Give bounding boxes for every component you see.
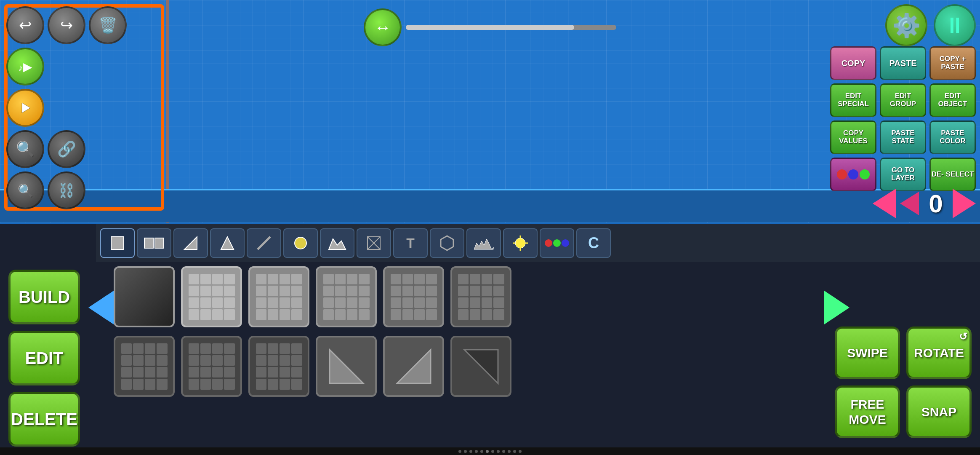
tab-terrain2[interactable] bbox=[466, 228, 501, 258]
speed-slider-fill bbox=[406, 25, 574, 30]
tab-line[interactable] bbox=[247, 228, 281, 258]
svg-marker-21 bbox=[464, 350, 498, 383]
tab-block-small[interactable] bbox=[100, 228, 135, 258]
tab-terrain[interactable] bbox=[320, 228, 354, 258]
colors-icon bbox=[837, 169, 870, 179]
page-right-button[interactable] bbox=[824, 291, 850, 324]
swipe-label: SWIPE bbox=[847, 345, 888, 361]
grid-block-5[interactable] bbox=[450, 266, 511, 327]
pause-button[interactable]: ⏸ bbox=[934, 4, 976, 46]
paste-state-button[interactable]: PASTE STATE bbox=[880, 120, 926, 154]
grid-block-4[interactable] bbox=[383, 266, 444, 327]
redo-button[interactable]: ↪ bbox=[48, 6, 85, 44]
tab-triangle[interactable] bbox=[210, 228, 245, 258]
tab-block-wide[interactable] bbox=[137, 228, 171, 258]
page-right-icon bbox=[824, 291, 850, 324]
zoom-in-button[interactable]: 🔍 bbox=[6, 130, 44, 168]
build-mode-button[interactable]: BUILD bbox=[8, 270, 80, 324]
paste-button[interactable]: PASTE bbox=[880, 46, 926, 80]
grid-dark-block-2[interactable] bbox=[181, 336, 242, 397]
undo-button[interactable]: ↩ bbox=[6, 6, 44, 44]
bottom-scrollbar[interactable] bbox=[0, 447, 980, 455]
copy-values-button[interactable]: COPY VALUES bbox=[830, 120, 876, 154]
toolbar-row-4: 🔍 🔗 bbox=[6, 130, 127, 168]
copy-values-label: COPY VALUES bbox=[831, 129, 875, 145]
tab-hex[interactable] bbox=[430, 228, 464, 258]
go-to-layer-button[interactable]: GO TO LAYER bbox=[880, 158, 926, 191]
tri-topright-block[interactable] bbox=[383, 336, 444, 397]
tab-c[interactable]: C bbox=[576, 228, 611, 258]
delete-mode-button[interactable]: DELETE bbox=[8, 392, 80, 447]
svg-rect-1 bbox=[111, 237, 124, 249]
layer-next-button[interactable] bbox=[953, 189, 976, 218]
zoom-in-icon: 🔍 bbox=[16, 140, 35, 158]
tab-star[interactable] bbox=[503, 228, 538, 258]
scroll-dot bbox=[458, 450, 461, 453]
grid-block-3[interactable] bbox=[316, 266, 377, 327]
layer-prev-button[interactable] bbox=[873, 189, 896, 218]
layer-number: 0 bbox=[923, 189, 948, 218]
unlink-icon: ⛓️ bbox=[58, 182, 75, 198]
edit-object-button[interactable]: EDIT OBJECT bbox=[929, 83, 976, 117]
tab-circle[interactable] bbox=[283, 228, 318, 258]
zoom-out-icon: 🔍 bbox=[18, 183, 33, 198]
edit-special-button[interactable]: EDIT SPECIAL bbox=[830, 83, 876, 117]
edit-mode-button[interactable]: EDIT bbox=[8, 331, 80, 385]
hex-icon bbox=[439, 235, 455, 252]
tab-hazard[interactable] bbox=[357, 228, 391, 258]
trash-button[interactable]: 🗑️ bbox=[89, 6, 127, 44]
tab-text[interactable]: T bbox=[393, 228, 428, 258]
right-panel: COPY PASTE COPY + PASTE EDIT SPECIAL EDI… bbox=[830, 46, 976, 191]
copy-paste-button[interactable]: COPY + PASTE bbox=[929, 46, 976, 80]
svg-rect-2 bbox=[144, 238, 153, 248]
grid-block-2[interactable] bbox=[248, 266, 309, 327]
snap-button[interactable]: SNAP bbox=[906, 385, 972, 438]
toolbar-left: ↩ ↪ 🗑️ ♪▶ 🔍 🔗 🔍 ⛓️ bbox=[6, 6, 127, 209]
circle-icon bbox=[292, 235, 309, 252]
blue-dot bbox=[848, 169, 858, 179]
tri-botright-icon bbox=[460, 345, 502, 388]
deselect-button[interactable]: DE- SELECT bbox=[929, 158, 976, 191]
orange-play-button[interactable] bbox=[6, 89, 44, 127]
edit-group-button[interactable]: EDIT GROUP bbox=[880, 83, 926, 117]
grid-block-1[interactable] bbox=[181, 266, 242, 327]
rotate-button[interactable]: ROTATE ↺ bbox=[906, 327, 972, 379]
scroll-dot bbox=[513, 450, 516, 453]
pause-icon: ⏸ bbox=[943, 12, 966, 38]
music-play-button[interactable]: ♪▶ bbox=[6, 48, 44, 86]
terrain2-icon bbox=[473, 235, 494, 252]
toolbar-row-5: 🔍 ⛓️ bbox=[6, 171, 127, 209]
green-dot bbox=[860, 169, 870, 179]
link-button[interactable]: 🔗 bbox=[48, 130, 85, 168]
speed-control: ↔ bbox=[364, 8, 616, 46]
copy-label: COPY bbox=[842, 59, 865, 68]
svg-point-7 bbox=[295, 237, 306, 249]
zoom-out-button[interactable]: 🔍 bbox=[6, 171, 44, 209]
settings-button[interactable]: ⚙️ bbox=[885, 4, 927, 46]
rotate-icon: ↺ bbox=[959, 331, 967, 343]
solid-block[interactable] bbox=[114, 266, 175, 327]
copy-button[interactable]: COPY bbox=[830, 46, 876, 80]
tri-topleft-block[interactable] bbox=[316, 336, 377, 397]
edit-special-label: EDIT SPECIAL bbox=[831, 92, 875, 108]
colors-dot-button[interactable] bbox=[830, 158, 876, 191]
tri-topleft-icon bbox=[325, 345, 368, 388]
swipe-button[interactable]: SWIPE bbox=[835, 327, 900, 379]
speed-toggle-button[interactable]: ↔ bbox=[364, 8, 402, 46]
arrow-lr-icon: ↔ bbox=[374, 18, 391, 37]
tri-botright-block[interactable] bbox=[450, 336, 511, 397]
tab-slope[interactable] bbox=[173, 228, 208, 258]
grid-dark-block-3[interactable] bbox=[248, 336, 309, 397]
layer-prev-small-button[interactable] bbox=[900, 192, 919, 215]
line-icon bbox=[256, 235, 272, 252]
edit-group-label: EDIT GROUP bbox=[881, 92, 925, 108]
hazard-icon bbox=[365, 235, 382, 252]
grid-dark-block-1[interactable] bbox=[114, 336, 175, 397]
free-move-button[interactable]: FREE MOVE bbox=[835, 385, 900, 438]
tab-col[interactable] bbox=[540, 228, 574, 258]
speed-slider[interactable] bbox=[406, 25, 616, 30]
page-left-button[interactable] bbox=[88, 291, 114, 324]
svg-point-14 bbox=[515, 238, 525, 248]
unlink-button[interactable]: ⛓️ bbox=[48, 171, 85, 209]
paste-color-button[interactable]: PASTE COLOR bbox=[929, 120, 976, 154]
